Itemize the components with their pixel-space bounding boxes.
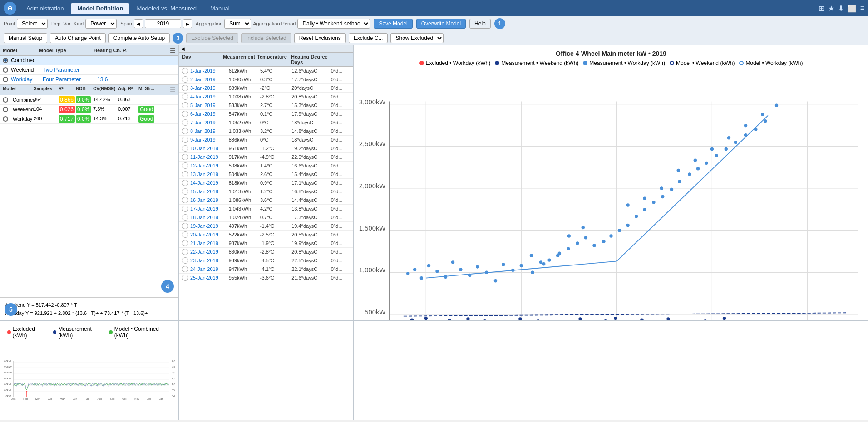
table-row[interactable]: 3-Jan-2019 889kWh -2°C 20°daysC 0°d... bbox=[179, 84, 353, 93]
row-day-18[interactable]: 19-Jan-2019 bbox=[190, 223, 229, 229]
row-day-10[interactable]: 11-Jan-2019 bbox=[190, 154, 229, 160]
menu-icon[interactable]: ≡ bbox=[860, 4, 864, 12]
row-radio-8[interactable] bbox=[182, 137, 188, 143]
exclude-selected-button[interactable]: Exclude Selected bbox=[186, 33, 238, 43]
row-day-2[interactable]: 3-Jan-2019 bbox=[190, 85, 229, 91]
row-radio-6[interactable] bbox=[182, 119, 188, 126]
row-radio-2[interactable] bbox=[182, 85, 188, 91]
table-row[interactable]: 15-Jan-2019 1,013kWh 1.2°C 16.8°daysC 0°… bbox=[179, 187, 353, 196]
table-row[interactable]: 14-Jan-2019 818kWh 0.9°C 17.1°daysC 0°d.… bbox=[179, 179, 353, 187]
row-day-16[interactable]: 17-Jan-2019 bbox=[190, 206, 229, 211]
stats-weekend-radio[interactable] bbox=[3, 107, 8, 112]
row-radio-17[interactable] bbox=[182, 214, 188, 221]
row-day-0[interactable]: 1-Jan-2019 bbox=[190, 68, 229, 74]
row-radio-11[interactable] bbox=[182, 162, 188, 169]
row-radio-22[interactable] bbox=[182, 257, 188, 264]
table-row[interactable]: 13-Jan-2019 504kWh 2.6°C 15.4°daysC 0°d.… bbox=[179, 170, 353, 179]
row-day-12[interactable]: 13-Jan-2019 bbox=[190, 172, 229, 177]
stats-table-menu[interactable]: ☰ bbox=[170, 86, 176, 93]
row-day-4[interactable]: 5-Jan-2019 bbox=[190, 103, 229, 108]
row-radio-21[interactable] bbox=[182, 249, 188, 255]
row-day-14[interactable]: 15-Jan-2019 bbox=[190, 189, 229, 194]
row-day-23[interactable]: 24-Jan-2019 bbox=[190, 266, 229, 272]
row-day-22[interactable]: 23-Jan-2019 bbox=[190, 258, 229, 263]
table-row[interactable]: 25-Jan-2019 955kWh -3.6°C 21.6°daysC 0°d… bbox=[179, 274, 353, 282]
table-row[interactable]: 19-Jan-2019 497kWh -1.4°C 19.4°daysC 0°d… bbox=[179, 222, 353, 231]
scroll-left-btn[interactable]: ◀ bbox=[179, 45, 353, 53]
row-day-6[interactable]: 7-Jan-2019 bbox=[190, 120, 229, 125]
save-model-button[interactable]: Save Model bbox=[374, 19, 412, 29]
table-row[interactable]: 17-Jan-2019 1,043kWh 4.2°C 13.8°daysC 0°… bbox=[179, 205, 353, 213]
row-day-19[interactable]: 20-Jan-2019 bbox=[190, 232, 229, 237]
row-day-15[interactable]: 16-Jan-2019 bbox=[190, 197, 229, 203]
row-radio-14[interactable] bbox=[182, 188, 188, 195]
download-icon[interactable]: ⬇ bbox=[838, 4, 844, 13]
row-day-5[interactable]: 6-Jan-2019 bbox=[190, 111, 229, 117]
app-logo[interactable]: ⊕ bbox=[4, 2, 16, 15]
year-input[interactable] bbox=[145, 19, 181, 28]
tab-model-definition[interactable]: Model Definition bbox=[71, 3, 129, 14]
row-radio-16[interactable] bbox=[182, 206, 188, 212]
exclude-col-button[interactable]: Exclude C... bbox=[349, 33, 388, 43]
row-day-9[interactable]: 10-Jan-2019 bbox=[190, 146, 229, 151]
row-radio-9[interactable] bbox=[182, 145, 188, 152]
table-row[interactable]: 2-Jan-2019 1,040kWh 0.3°C 17.7°daysC 0°d… bbox=[179, 75, 353, 84]
workday-radio[interactable] bbox=[3, 77, 8, 82]
row-radio-5[interactable] bbox=[182, 111, 188, 117]
row-day-20[interactable]: 21-Jan-2019 bbox=[190, 240, 229, 246]
row-radio-4[interactable] bbox=[182, 102, 188, 108]
tab-modeled-vs-measured[interactable]: Modeled vs. Measured bbox=[130, 3, 203, 14]
row-radio-20[interactable] bbox=[182, 240, 188, 246]
power-dropdown[interactable]: Power bbox=[85, 19, 117, 29]
stats-workday-radio[interactable] bbox=[3, 116, 8, 122]
show-excluded-dropdown[interactable]: Show Excluded bbox=[390, 33, 444, 43]
grid-icon[interactable]: ⊞ bbox=[819, 4, 824, 13]
row-radio-3[interactable] bbox=[182, 93, 188, 100]
row-day-13[interactable]: 14-Jan-2019 bbox=[190, 180, 229, 186]
row-radio-24[interactable] bbox=[182, 275, 188, 281]
table-row[interactable]: 24-Jan-2019 947kWh -4.1°C 22.1°daysC 0°d… bbox=[179, 265, 353, 274]
star-icon[interactable]: ★ bbox=[828, 4, 834, 13]
table-row[interactable]: 16-Jan-2019 1,086kWh 3.6°C 14.4°daysC 0°… bbox=[179, 196, 353, 205]
row-day-3[interactable]: 4-Jan-2019 bbox=[190, 94, 229, 99]
table-row[interactable]: 8-Jan-2019 1,033kWh 3.2°C 14.8°daysC 0°d… bbox=[179, 127, 353, 136]
table-row[interactable]: 23-Jan-2019 939kWh -4.5°C 22.5°daysC 0°d… bbox=[179, 256, 353, 265]
row-radio-0[interactable] bbox=[182, 68, 188, 74]
include-selected-button[interactable]: Include Selected bbox=[241, 33, 291, 43]
auto-change-point-button[interactable]: Auto Change Point bbox=[50, 33, 106, 43]
row-day-21[interactable]: 22-Jan-2019 bbox=[190, 249, 229, 255]
window-icon[interactable]: ⬜ bbox=[848, 4, 857, 13]
row-day-1[interactable]: 2-Jan-2019 bbox=[190, 77, 229, 82]
table-row[interactable]: 4-Jan-2019 1,038kWh -2.8°C 20.8°daysC 0°… bbox=[179, 93, 353, 101]
row-radio-12[interactable] bbox=[182, 171, 188, 177]
overwrite-model-button[interactable]: Overwrite Model bbox=[416, 19, 466, 29]
table-row[interactable]: 12-Jan-2019 508kWh 1.4°C 16.6°daysC 0°d.… bbox=[179, 162, 353, 170]
model-row-combined[interactable]: Combined bbox=[0, 56, 178, 65]
weekend-radio[interactable] bbox=[3, 67, 8, 73]
table-row[interactable]: 21-Jan-2019 987kWh -1.9°C 19.9°daysC 0°d… bbox=[179, 239, 353, 248]
table-row[interactable]: 20-Jan-2019 522kWh -2.5°C 20.5°daysC 0°d… bbox=[179, 231, 353, 239]
tab-manual[interactable]: Manual bbox=[204, 3, 236, 14]
row-day-8[interactable]: 9-Jan-2019 bbox=[190, 137, 229, 142]
period-dropdown[interactable]: Daily • Weekend setback bbox=[297, 19, 370, 29]
help-button[interactable]: Help bbox=[469, 19, 491, 29]
row-radio-7[interactable] bbox=[182, 128, 188, 134]
row-day-7[interactable]: 8-Jan-2019 bbox=[190, 128, 229, 134]
row-radio-18[interactable] bbox=[182, 223, 188, 229]
tab-administration[interactable]: Administration bbox=[20, 3, 70, 14]
table-row[interactable]: 11-Jan-2019 917kWh -4.9°C 22.9°daysC 0°d… bbox=[179, 153, 353, 162]
prev-year-btn[interactable]: ◀ bbox=[134, 19, 143, 28]
table-row[interactable]: 1-Jan-2019 612kWh 5.4°C 12.6°daysC 0°d..… bbox=[179, 67, 353, 75]
model-table-menu[interactable]: ☰ bbox=[170, 47, 176, 54]
row-radio-13[interactable] bbox=[182, 180, 188, 186]
table-row[interactable]: 5-Jan-2019 533kWh 2.7°C 15.3°daysC 0°d..… bbox=[179, 101, 353, 110]
table-row[interactable]: 22-Jan-2019 860kWh -2.8°C 20.8°daysC 0°d… bbox=[179, 248, 353, 256]
table-row[interactable]: 18-Jan-2019 1,024kWh 0.7°C 17.3°daysC 0°… bbox=[179, 213, 353, 222]
row-radio-1[interactable] bbox=[182, 76, 188, 83]
model-row-weekend[interactable]: Weekend Two Parameter bbox=[0, 65, 178, 75]
complete-auto-setup-button[interactable]: Complete Auto Setup bbox=[108, 33, 170, 43]
row-radio-19[interactable] bbox=[182, 231, 188, 238]
manual-setup-button[interactable]: Manual Setup bbox=[4, 33, 47, 43]
combined-radio[interactable] bbox=[3, 58, 8, 63]
reset-exclusions-button[interactable]: Reset Exclusions bbox=[294, 33, 346, 43]
